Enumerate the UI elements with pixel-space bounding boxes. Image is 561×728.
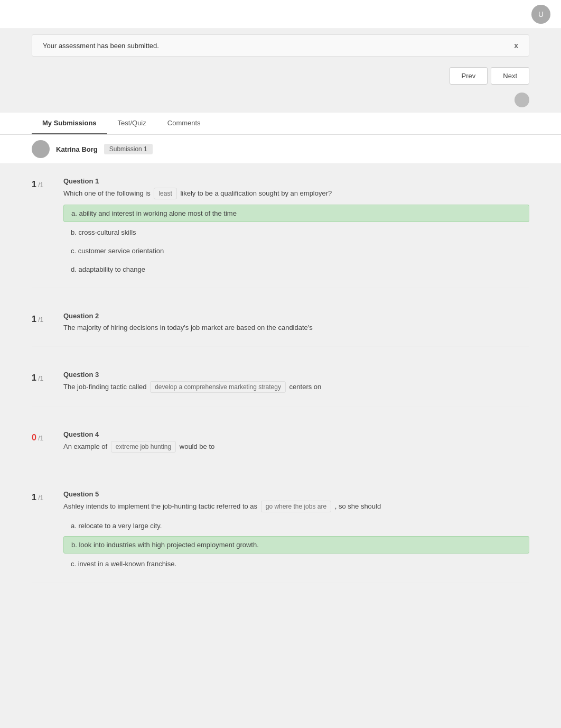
- user-avatar[interactable]: U: [531, 5, 550, 24]
- nav-buttons-area: Prev Next: [0, 62, 561, 90]
- secondary-avatar: [515, 93, 529, 107]
- question-row: 1 /1 Question 3 The job-finding tactic c…: [32, 363, 529, 407]
- avatar-label: U: [538, 10, 544, 19]
- question-row: 1 /1 Question 5 Ashley intends to implem…: [32, 482, 529, 583]
- blank-q1: least: [154, 188, 176, 199]
- question-text-q1: Which one of the following is least like…: [63, 188, 529, 199]
- score-q5: 1: [32, 493, 36, 502]
- blank-q5: go where the jobs are: [261, 501, 331, 512]
- score-col-q4: 0 /1: [32, 430, 63, 458]
- question-text-q4: An example of extreme job hunting would …: [63, 441, 529, 453]
- answer-option: a. ability and interest in working alone…: [63, 205, 529, 222]
- score-q1: 1: [32, 180, 36, 189]
- question-text-q3: The job-finding tactic called develop a …: [63, 381, 529, 393]
- question-text-q2: The majority of hiring decisions in toda…: [63, 322, 529, 333]
- prev-button[interactable]: Prev: [450, 67, 488, 85]
- student-name: Katrina Borg: [56, 145, 98, 153]
- question-col-q5: Question 5 Ashley intends to implement t…: [63, 490, 529, 574]
- question-label-q1: Question 1: [63, 177, 529, 185]
- score-col-q5: 1 /1: [32, 490, 63, 574]
- question-col-q2: Question 2 The majority of hiring decisi…: [63, 312, 529, 338]
- question-row: 0 /1 Question 4 An example of extreme jo…: [32, 422, 529, 466]
- question-col-q1: Question 1 Which one of the following is…: [63, 177, 529, 280]
- score-q4: 0: [32, 433, 36, 442]
- answer-option: c. invest in a well-known franchise.: [63, 556, 529, 572]
- tab-my-submissions[interactable]: My Submissions: [32, 113, 107, 134]
- question-label-q4: Question 4: [63, 430, 529, 438]
- answer-option: d. adaptability to change: [63, 261, 529, 278]
- question-col-q3: Question 3 The job-finding tactic called…: [63, 371, 529, 398]
- score-col-q3: 1 /1: [32, 371, 63, 398]
- question-label-q2: Question 2: [63, 312, 529, 320]
- score-q2: 1: [32, 315, 36, 324]
- answer-option: c. customer service orientation: [63, 243, 529, 259]
- question-row: 1 /1 Question 1 Which one of the followi…: [32, 169, 529, 288]
- student-avatar: [32, 140, 50, 158]
- submission-badge: Submission 1: [104, 144, 153, 154]
- submission-bar: Katrina Borg Submission 1: [0, 135, 561, 164]
- next-button[interactable]: Next: [491, 67, 529, 85]
- blank-q4: extreme job hunting: [111, 441, 176, 453]
- question-text-q5: Ashley intends to implement the job-hunt…: [63, 501, 529, 512]
- answer-option: a. relocate to a very large city.: [63, 518, 529, 534]
- tab-comments[interactable]: Comments: [157, 113, 211, 134]
- tabs-bar: My Submissions Test/Quiz Comments: [0, 113, 561, 135]
- notification-bar: Your assessment has been submitted. x: [32, 34, 529, 57]
- question-row: 1 /1 Question 2 The majority of hiring d…: [32, 304, 529, 347]
- question-col-q4: Question 4 An example of extreme job hun…: [63, 430, 529, 458]
- question-label-q5: Question 5: [63, 490, 529, 498]
- tab-test-quiz[interactable]: Test/Quiz: [107, 113, 157, 134]
- answer-option: b. look into industries with high projec…: [63, 536, 529, 554]
- blank-q3: develop a comprehensive marketing strate…: [150, 381, 286, 393]
- score-col-q2: 1 /1: [32, 312, 63, 338]
- answer-option: b. cross-cultural skills: [63, 224, 529, 241]
- question-label-q3: Question 3: [63, 371, 529, 379]
- close-notification-button[interactable]: x: [514, 41, 518, 50]
- score-q3: 1: [32, 373, 36, 382]
- top-bar: U: [0, 0, 561, 29]
- notification-message: Your assessment has been submitted.: [43, 42, 159, 50]
- score-col-q1: 1 /1: [32, 177, 63, 280]
- questions-container: 1 /1 Question 1 Which one of the followi…: [0, 169, 561, 620]
- secondary-avatar-area: [0, 90, 561, 113]
